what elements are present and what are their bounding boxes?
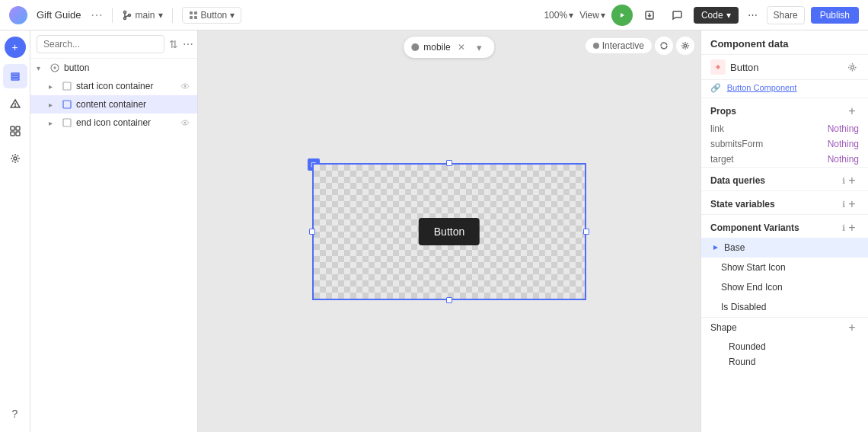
- variant-show-start-icon[interactable]: Show Start Icon: [701, 258, 868, 277]
- expand-icon[interactable]: ▸: [49, 119, 58, 127]
- share-button[interactable]: Share: [767, 6, 805, 24]
- data-queries-section-row: Data queries ℹ +: [701, 168, 868, 190]
- component-selector[interactable]: Button ▾: [182, 7, 242, 24]
- svg-point-26: [184, 122, 187, 124]
- svg-rect-6: [194, 11, 197, 14]
- code-button[interactable]: Code ▾: [694, 7, 739, 24]
- zoom-selector[interactable]: 100% ▾: [544, 10, 573, 21]
- state-variables-add-button[interactable]: +: [845, 197, 859, 211]
- layer-expand-icon[interactable]: ▾: [37, 64, 46, 72]
- interactive-badge[interactable]: Interactive: [586, 38, 652, 53]
- components-button[interactable]: [3, 119, 27, 143]
- layer-button[interactable]: ▾ button: [30, 59, 197, 77]
- add-button[interactable]: +: [5, 37, 26, 58]
- shape-label: Shape: [710, 322, 845, 333]
- canvas-nav-arrow[interactable]: ▾: [472, 40, 487, 55]
- shape-rounded[interactable]: Rounded: [701, 339, 868, 354]
- variant-show-start-icon-label: Show Start Icon: [721, 262, 786, 273]
- prop-target-value[interactable]: Nothing: [828, 154, 859, 165]
- handle-bottom-middle[interactable]: [446, 297, 452, 303]
- mobile-indicator-dot: [411, 43, 419, 51]
- separator: [112, 8, 113, 23]
- props-add-button[interactable]: +: [845, 104, 859, 118]
- more-button[interactable]: ⋯: [745, 6, 761, 24]
- layer-start-icon-container[interactable]: ▸ start icon container: [30, 77, 197, 95]
- layers-more-button[interactable]: ⋯: [183, 35, 193, 53]
- visibility-icon[interactable]: [179, 80, 191, 92]
- publish-label: Publish: [820, 10, 850, 21]
- layer-name: content container: [76, 99, 191, 110]
- code-label: Code: [701, 10, 723, 21]
- component-gear-icon[interactable]: [845, 60, 859, 74]
- expand-icon[interactable]: ▸: [49, 101, 58, 109]
- prop-target: target Nothing: [701, 152, 868, 167]
- layers-header: ⇅ ⋯: [30, 30, 197, 59]
- expand-icon[interactable]: ▸: [49, 82, 58, 91]
- canvas-area[interactable]: mobile ✕ ▾ Interactive ⊞ Button: [198, 30, 700, 432]
- svg-point-29: [850, 66, 854, 69]
- component-row: Button: [701, 55, 868, 80]
- project-menu-icon[interactable]: ⋯: [91, 8, 103, 22]
- canvas-refresh-button[interactable]: [655, 37, 673, 55]
- branch-label: main: [136, 10, 155, 21]
- chat-button[interactable]: [666, 5, 688, 26]
- interactive-label: Interactive: [602, 40, 644, 51]
- component-link[interactable]: Button Component: [727, 83, 797, 92]
- variant-base[interactable]: Base: [701, 238, 868, 258]
- help-button[interactable]: ?: [3, 402, 27, 426]
- publish-button[interactable]: Publish: [811, 7, 859, 24]
- variants-add-button[interactable]: +: [845, 221, 859, 235]
- prop-target-label: target: [710, 154, 822, 165]
- topbar: Gift Guide ⋯ main ▾ Button ▾ 100% ▾ View…: [0, 0, 868, 30]
- svg-rect-25: [63, 119, 71, 126]
- canvas-button-element[interactable]: Button: [419, 218, 480, 245]
- svg-rect-13: [11, 78, 19, 80]
- layer-end-icon-container[interactable]: ▸ end icon container: [30, 114, 197, 132]
- prop-link-value[interactable]: Nothing: [828, 123, 859, 134]
- warnings-button[interactable]: [3, 91, 27, 116]
- props-section-row: Props +: [701, 98, 868, 121]
- code-chevron: ▾: [726, 10, 731, 21]
- variant-is-disabled[interactable]: Is Disabled: [701, 297, 868, 317]
- shape-round[interactable]: Round: [701, 354, 868, 370]
- settings-button[interactable]: [3, 146, 27, 171]
- box-icon: [61, 117, 73, 129]
- variant-show-end-icon[interactable]: Show End Icon: [701, 277, 868, 297]
- svg-point-1: [123, 17, 126, 19]
- prop-submitsform-value[interactable]: Nothing: [828, 139, 859, 149]
- search-input[interactable]: [37, 35, 164, 53]
- play-button[interactable]: [611, 5, 633, 26]
- branch-selector[interactable]: main ▾: [122, 10, 163, 21]
- box-icon: [61, 98, 73, 110]
- layers-sort-button[interactable]: ⇅: [169, 35, 178, 53]
- prop-submitsform-label: submitsForm: [710, 139, 822, 149]
- canvas-settings-button[interactable]: [676, 37, 694, 55]
- data-queries-add-button[interactable]: +: [845, 174, 859, 187]
- handle-middle-left[interactable]: [309, 229, 315, 235]
- canvas-frame[interactable]: ⊞ Button: [312, 163, 586, 300]
- branch-chevron: ▾: [158, 10, 163, 21]
- mobile-close-icon[interactable]: ✕: [455, 41, 468, 53]
- layers-button[interactable]: [3, 64, 27, 88]
- visibility-icon[interactable]: [179, 117, 191, 129]
- share-label: Share: [774, 10, 798, 21]
- handle-top-middle[interactable]: [446, 160, 452, 166]
- state-variables-title: State variables: [710, 199, 842, 210]
- layer-content-container[interactable]: ▸ content container: [30, 95, 197, 114]
- svg-rect-22: [63, 82, 71, 90]
- shape-add-button[interactable]: +: [845, 321, 859, 334]
- variant-show-end-icon-label: Show End Icon: [721, 282, 783, 293]
- link-icon: 🔗: [710, 83, 721, 92]
- component-variants-title: Component Variants: [710, 222, 842, 233]
- view-selector[interactable]: View ▾: [579, 10, 605, 21]
- state-variables-section-row: State variables ℹ +: [701, 191, 868, 214]
- export-button[interactable]: [639, 5, 660, 26]
- canvas-content: ⊞ Button: [198, 30, 700, 432]
- svg-rect-12: [11, 76, 19, 78]
- logo-icon: [9, 6, 27, 24]
- svg-point-20: [14, 157, 17, 160]
- zoom-chevron: ▾: [569, 10, 573, 21]
- canvas-frame-inner: Button: [312, 163, 586, 300]
- handle-middle-right[interactable]: [583, 229, 589, 235]
- component-display-name: Button: [730, 62, 841, 73]
